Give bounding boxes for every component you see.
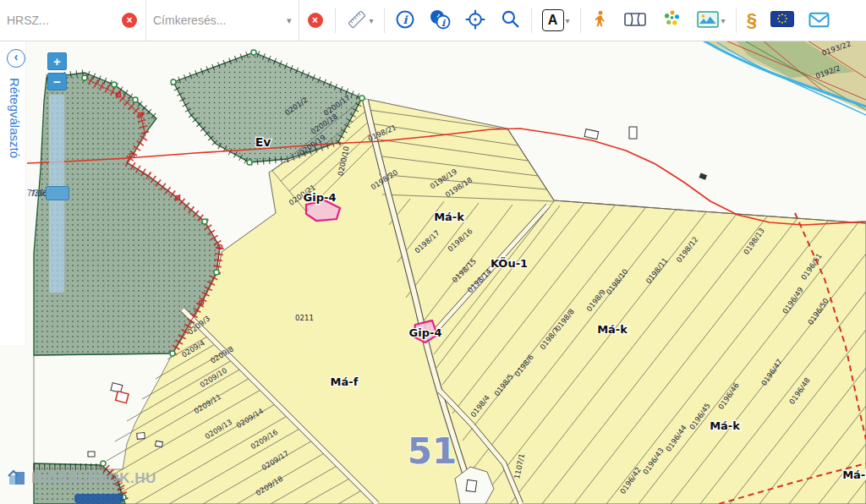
chevron-down-icon: ▾ [566,16,570,25]
layer-panel-collapse-button[interactable]: ‹ [7,49,25,68]
measure-ruler-icon [346,8,368,33]
zone-label: Má-k [710,419,740,432]
locate-button[interactable] [458,0,493,41]
layer-selector-label[interactable]: Rétegválasztó [8,78,22,158]
contact-button[interactable] [801,0,837,41]
toolbar-divider [531,8,532,33]
zone-label: Gip-4 [409,326,442,339]
poi-dots-icon [660,8,682,33]
chevron-down-icon: ▾ [370,16,374,25]
hrsz-search-field: × [0,0,146,41]
zoom-search-icon [500,8,521,32]
zone-label: Má-k [434,211,464,223]
toolbar-divider [736,8,737,33]
zone-label: Ev [255,135,271,149]
info-icon: i [395,9,415,32]
address-search-field: ▾ [146,0,299,41]
watermark-bar [74,494,123,503]
toolbar-divider [384,8,385,33]
imagery-icon [696,9,720,32]
zone-label: Gip-4 [304,191,337,204]
zoom-search-button[interactable] [493,0,528,41]
panorama-button[interactable] [617,0,654,41]
watermark-text: INGATLANOK.HU [31,470,156,487]
paragraph-icon: § [747,10,757,30]
label-a-icon: A [542,9,564,31]
map-container: 0201/20200/170200/180200/190200/100200/2… [0,41,866,504]
chevron-down-icon: ▾ [721,16,726,25]
person-icon [591,8,610,33]
toolbar-divider [335,8,336,33]
big-parcel-number: 51 [408,430,457,472]
toolbar-divider [580,8,581,33]
zoom-slider-handle[interactable] [46,186,69,200]
imagery-button[interactable]: ▾ [689,0,732,41]
parcel-number-label: 0211 [295,314,314,322]
chevron-down-icon[interactable]: ▾ [285,15,299,26]
address-search-input[interactable] [146,1,285,40]
eu-flag-icon [770,11,794,30]
scale-indicator: 7/36 [27,189,43,198]
toolbar-tools: ▾ i i i [339,0,837,41]
info-button[interactable]: i [388,0,422,41]
hrsz-input[interactable] [0,1,113,40]
streetview-button[interactable] [584,0,617,41]
map-canvas[interactable]: 0201/20200/170200/180200/190200/100200/2… [0,41,866,504]
mail-icon [808,10,830,31]
measure-button[interactable]: ▾ [339,0,381,41]
panorama-icon [623,9,647,32]
ingatlanok-logo-icon [7,467,27,490]
zoom-out-button[interactable]: − [47,73,67,90]
parcel-info-button[interactable]: i i [422,0,458,41]
zone-label: Má-f [331,375,359,388]
labels-button[interactable]: A ▾ [535,0,577,41]
zone-label: Má-k [842,468,866,481]
locate-crosshair-icon [464,8,486,33]
hrsz-clear-button[interactable]: × [122,13,137,28]
map-application: × ▾ × ▾ i [0,0,866,504]
zoom-in-button[interactable]: + [47,52,67,70]
watermark: INGATLANOK.HU [7,467,156,490]
parcel-info-icon: i i [429,8,451,33]
zone-label: KÖu-1 [491,257,528,270]
big-parcel-label: 51 [408,430,457,472]
poi-button[interactable] [654,0,689,41]
legal-button[interactable]: § [740,0,764,41]
eu-flag-button[interactable] [764,0,801,41]
zone-label: Má-k [597,323,628,336]
address-clear-button[interactable]: × [308,13,323,28]
toolbar: × ▾ × ▾ i [0,0,866,41]
